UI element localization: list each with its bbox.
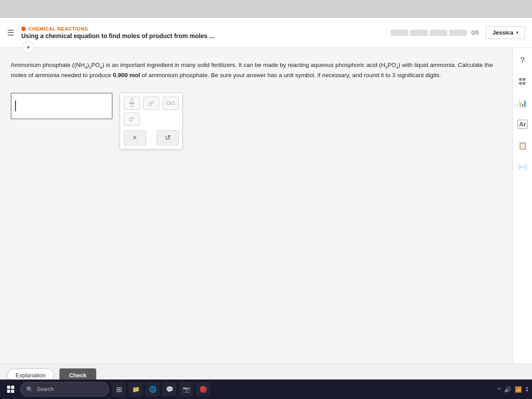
taskbar-search-text: Search (37, 386, 54, 392)
fraction-button[interactable]: □ □ (124, 97, 140, 110)
taskbar-app2-icon: 📁 (132, 386, 140, 393)
collapse-icon: ▾ (27, 44, 30, 51)
taskbar-search-icon: 🔍 (26, 386, 33, 393)
power-button[interactable]: □□ (124, 113, 140, 126)
progress-segment-3 (430, 30, 447, 36)
explanation-label: Explanation (16, 372, 46, 379)
question-mark-icon: ? (520, 56, 525, 65)
redo-icon: ↺ (165, 133, 171, 142)
taskbar-app1[interactable]: ⊞ (112, 382, 126, 396)
collapse-button[interactable]: ▾ (22, 41, 35, 54)
chart-icon-button[interactable]: 📊 (516, 96, 530, 110)
mail-icon: ✉️ (518, 163, 527, 171)
progress-segment-4 (449, 30, 467, 36)
progress-bar-container: 0/5 (391, 30, 479, 36)
app-container: ☰ CHEMICAL REACTIONS Using a chemical eq… (0, 18, 532, 399)
text-format-icon-button[interactable]: Ar (516, 117, 530, 131)
menu-icon[interactable]: ☰ (7, 28, 14, 38)
taskbar-app5-icon: 📷 (183, 386, 190, 393)
math-toolbar: □ □ □□ □·□ (120, 93, 183, 149)
main-content: Ammonium phosphate ((NH4)3PO4) is an imp… (0, 48, 532, 364)
cursor-bar (15, 101, 16, 111)
subject-label: CHEMICAL REACTIONS (28, 26, 88, 31)
nav-right: 0/5 Jessica ▾ (391, 26, 525, 39)
taskbar-time[interactable]: 1 (525, 386, 528, 392)
windows-logo-icon (7, 386, 14, 393)
nav-subject: CHEMICAL REACTIONS (21, 26, 391, 31)
taskbar-chevron-icon[interactable]: ^ (498, 386, 501, 393)
chevron-down-icon: ▾ (516, 30, 518, 35)
taskbar-app4-icon: 💬 (166, 386, 173, 393)
subject-dot-icon (21, 27, 26, 31)
text-format-icon: Ar (517, 120, 528, 129)
dot-multiply-button[interactable]: □·□ (163, 97, 179, 110)
taskbar-app5[interactable]: 📷 (179, 382, 193, 396)
clear-button[interactable]: × (124, 130, 146, 145)
right-sidebar: ? 📊 Ar 📋 ✉️ (512, 48, 532, 364)
answer-input-box[interactable] (11, 93, 113, 119)
top-nav: ☰ CHEMICAL REACTIONS Using a chemical eq… (0, 18, 532, 48)
toolbar-row-1: □ □ □□ □·□ (124, 97, 179, 110)
book-icon-button[interactable]: 📋 (516, 138, 530, 153)
question-text: Ammonium phosphate ((NH4)3PO4) is an imp… (11, 60, 502, 80)
redo-button[interactable]: ↺ (156, 130, 179, 145)
help-icon-button[interactable]: ? (516, 53, 530, 67)
clear-icon: × (133, 134, 137, 142)
toolbar-row-2: □□ (124, 113, 179, 126)
taskbar-wifi-icon[interactable]: 📶 (515, 386, 522, 393)
question-area: Ammonium phosphate ((NH4)3PO4) is an imp… (0, 48, 512, 364)
toolbar-row-3: × ↺ (124, 129, 179, 145)
mail-icon-button[interactable]: ✉️ (516, 160, 530, 174)
taskbar-app4[interactable]: 💬 (162, 382, 176, 396)
taskbar-search-bar[interactable]: 🔍 Search (20, 382, 109, 396)
taskbar-app6[interactable]: 🔴 (196, 382, 210, 396)
chart-icon: 📊 (518, 99, 527, 107)
progress-count: 0/5 (471, 30, 479, 36)
progress-segment-2 (410, 30, 428, 36)
windows-taskbar: 🔍 Search ⊞ 📁 🌐 💬 📷 🔴 ^ 🔊 📶 1 (0, 379, 532, 399)
nav-title: Using a chemical equation to find moles … (21, 32, 391, 39)
grid-icon (519, 78, 526, 85)
book-icon: 📋 (518, 141, 527, 150)
grid-icon-button[interactable] (516, 74, 530, 89)
nav-left: CHEMICAL REACTIONS Using a chemical equa… (21, 26, 391, 39)
taskbar-app6-icon: 🔴 (200, 386, 207, 393)
taskbar-app3-icon: 🌐 (149, 386, 156, 393)
user-menu-button[interactable]: Jessica ▾ (486, 26, 525, 39)
browser-bar (0, 0, 532, 18)
taskbar-app2[interactable]: 📁 (129, 382, 143, 396)
taskbar-right: ^ 🔊 📶 1 (498, 386, 528, 393)
progress-segment-1 (391, 30, 408, 36)
superscript-button[interactable]: □□ (143, 97, 159, 110)
check-label: Check (69, 372, 86, 379)
taskbar-time-display: 1 (525, 386, 528, 392)
user-name-label: Jessica (493, 29, 513, 36)
answer-section: □ □ □□ □·□ (11, 93, 502, 149)
start-button[interactable] (4, 382, 18, 396)
taskbar-app1-icon: ⊞ (116, 385, 122, 394)
taskbar-speaker-icon[interactable]: 🔊 (504, 386, 511, 393)
taskbar-app3[interactable]: 🌐 (145, 382, 160, 396)
